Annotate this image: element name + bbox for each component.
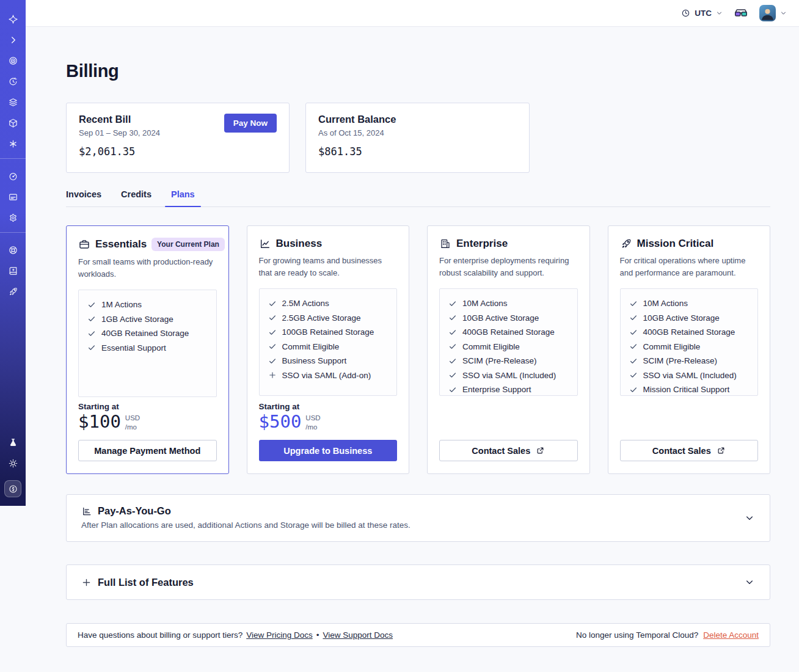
sidebar-group-account [0, 169, 26, 231]
plan-feature: Enterprise Support [448, 385, 569, 394]
sidebar-group-main [0, 12, 26, 157]
footer-right-question: No longer using Temporal Cloud? [576, 630, 698, 640]
nexus-icon[interactable] [0, 136, 26, 151]
tab-credits[interactable]: Credits [121, 189, 151, 206]
plan-card-business: Business For growing teams and businesse… [247, 225, 410, 474]
glasses-icon[interactable] [734, 6, 748, 21]
plan-price-unit: USD /mo [125, 412, 140, 432]
plan-card-enterprise: Enterprise For enterprise deployments re… [427, 225, 590, 474]
plan-price: Starting at $500 USD /mo [259, 402, 398, 432]
plan-feature: Commit Eligible [268, 342, 389, 351]
current-balance-card: Current Balance As of Oct 15, 2024 $861.… [305, 103, 530, 173]
check-icon [87, 329, 96, 338]
payg-title: Pay-As-You-Go [98, 505, 171, 517]
tab-plans[interactable]: Plans [171, 189, 195, 206]
check-icon [448, 357, 457, 365]
current-balance-title: Current Balance [318, 114, 517, 125]
plan-header: Enterprise [439, 238, 578, 250]
plan-feature: 400GB Retained Storage [448, 327, 569, 337]
chevron-down-icon[interactable] [745, 577, 754, 587]
tab-invoices[interactable]: Invoices [66, 189, 101, 206]
timezone-selector[interactable]: UTC [681, 9, 723, 18]
namespaces-icon[interactable] [0, 53, 26, 68]
check-icon [629, 385, 638, 394]
plan-feature: 400GB Retained Storage [629, 327, 750, 337]
plus-icon [268, 371, 277, 379]
business-cta-button[interactable]: Upgrade to Business [259, 440, 398, 461]
payg-panel: Pay-As-You-Go After Plan allocations are… [66, 494, 770, 542]
plan-feature: Mission Critical Support [629, 385, 750, 394]
building-icon [439, 238, 451, 250]
check-icon [268, 342, 277, 351]
recent-bill-card: Recent Bill Sep 01 – Sep 30, 2024 $2,061… [66, 103, 290, 173]
plan-price: Starting at $100 USD /mo [78, 402, 217, 432]
plan-feature: Business Support [268, 356, 389, 365]
plan-feature: Commit Eligible [448, 342, 569, 351]
plan-header: Business [259, 238, 398, 250]
current-plan-badge: Your Current Plan [151, 238, 225, 251]
check-icon [448, 342, 457, 351]
plan-price-unit: USD /mo [305, 412, 320, 432]
workers-icon[interactable] [0, 115, 26, 130]
top-header: UTC [26, 0, 799, 27]
external-link-icon [717, 446, 726, 455]
support-icon[interactable] [0, 243, 26, 257]
payg-chart-icon [81, 506, 92, 517]
plan-name: Essentials [95, 238, 147, 250]
docs-icon[interactable] [0, 263, 26, 278]
essentials-cta-button[interactable]: Manage Payment Method [78, 440, 217, 461]
check-icon [448, 328, 457, 337]
chevron-down-icon[interactable] [745, 513, 754, 523]
plan-name: Business [276, 238, 323, 250]
theme-toggle-icon[interactable] [0, 456, 26, 470]
plan-feature-list: 10M Actions 10GB Active Storage 400GB Re… [620, 288, 759, 396]
check-icon [629, 299, 638, 308]
mission-critical-cta-button[interactable]: Contact Sales [620, 440, 759, 461]
enterprise-cta-button[interactable]: Contact Sales [439, 440, 578, 461]
billing-card-icon[interactable] [0, 189, 26, 204]
check-icon [629, 342, 638, 351]
plan-feature: 2.5M Actions [268, 299, 389, 308]
payg-description: After Plan allocations are used, additio… [81, 520, 755, 530]
current-balance-asof: As of Oct 15, 2024 [318, 128, 517, 137]
plan-description: For enterprise deployments requiring rob… [439, 255, 578, 279]
plan-feature: Commit Eligible [629, 342, 750, 351]
timezone-label: UTC [695, 9, 712, 18]
plan-feature: SCIM (Pre-Release) [448, 356, 569, 365]
schedules-icon[interactable] [0, 74, 26, 89]
plan-feature: SSO via SAML (Add-on) [268, 371, 389, 380]
expand-sidebar-icon[interactable] [0, 32, 26, 47]
check-icon [448, 371, 457, 379]
chevron-down-icon [780, 10, 787, 16]
chevron-down-icon [716, 10, 723, 16]
temporal-logo-icon[interactable] [0, 12, 26, 26]
pay-now-button[interactable]: Pay Now [224, 114, 277, 133]
clock-icon [681, 9, 690, 18]
billing-dollar-icon[interactable] [4, 480, 21, 497]
check-icon [268, 328, 277, 337]
plan-description: For critical operations where uptime and… [620, 255, 759, 279]
pricing-docs-link[interactable]: View Pricing Docs [246, 630, 313, 640]
settings-gear-icon[interactable] [0, 210, 26, 225]
payg-header: Pay-As-You-Go [81, 505, 755, 517]
support-docs-link[interactable]: View Support Docs [323, 630, 393, 640]
delete-account-link[interactable]: Delete Account [703, 630, 759, 640]
page-title: Billing [66, 61, 770, 81]
getting-started-icon[interactable] [0, 284, 26, 299]
plan-feature: 1M Actions [87, 300, 208, 309]
plan-name: Enterprise [456, 238, 508, 250]
plan-feature: SCIM (Pre-Release) [629, 356, 750, 365]
footer-bar: Have questions about billing or support … [66, 623, 770, 647]
plan-footer: Contact Sales [439, 440, 578, 461]
plan-feature: 10GB Active Storage [448, 313, 569, 323]
check-icon [87, 315, 96, 323]
usage-icon[interactable] [0, 169, 26, 183]
avatar [759, 5, 776, 21]
plan-feature: 100GB Retained Storage [268, 327, 389, 337]
account-menu[interactable] [759, 5, 787, 21]
plan-price-amount: $100 [78, 412, 121, 432]
labs-flask-icon[interactable] [0, 435, 26, 450]
deployments-icon[interactable] [0, 95, 26, 109]
billing-tabs: InvoicesCreditsPlans [66, 189, 770, 207]
sidebar-divider [0, 232, 26, 233]
